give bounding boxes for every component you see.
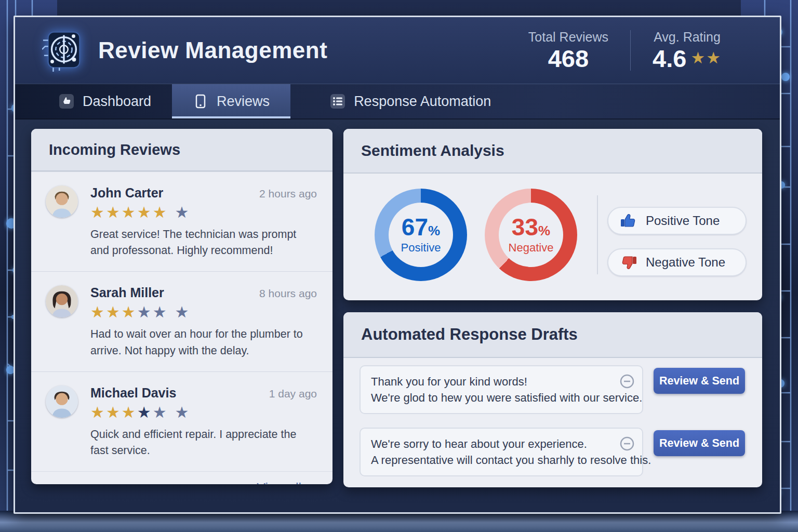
incoming-reviews-panel: Incoming Reviews John Carter 2 hours ago… (31, 129, 332, 484)
donut-label: Positive (401, 241, 441, 255)
stat-total-reviews: Total Reviews 468 (507, 30, 630, 71)
reviewer-name: Michael Davis (90, 385, 176, 401)
star-rating-icons: ★★★★★★ (90, 205, 317, 220)
review-timestamp: 8 hours ago (259, 287, 317, 300)
stat-label: Total Reviews (528, 30, 608, 45)
vertical-divider (597, 195, 598, 274)
panel-header: Sentiment Analysis (343, 129, 762, 174)
tab-response-automation[interactable]: Response Automation (309, 84, 512, 118)
review-item-sarah-miller[interactable]: Sarah Miller 8 hours ago ★★★★★★ Had to w… (31, 271, 332, 371)
tone-button-label: Positive Tone (646, 214, 720, 228)
donut-value: 33 (512, 214, 538, 241)
view-all-link[interactable]: View all › (31, 471, 332, 484)
review-timestamp: 2 hours ago (259, 188, 317, 200)
tab-label: Response Automation (354, 94, 491, 110)
panel-title: Sentiment Analysis (361, 142, 504, 159)
donut-label: Negative (509, 241, 554, 255)
negative-sentiment-donut-chart: 33% Negative (485, 189, 577, 281)
review-and-send-button-1[interactable]: Review & Send (654, 368, 745, 394)
stat-avg-rating: Avg. Rating 4.6 ★★ (631, 30, 743, 71)
tab-label: Dashboard (83, 94, 151, 110)
panel-title: Incoming Reviews (49, 141, 180, 158)
panel-header: Automated Response Drafts (343, 312, 762, 358)
star-rating-icons: ★★★★★★ (90, 405, 317, 420)
panel-title: Automated Response Drafts (361, 325, 578, 344)
bottom-gradient-band (0, 511, 798, 532)
review-item-michael-davis[interactable]: Michael Davis 1 day ago ★★★★★★ Quick and… (31, 371, 332, 471)
donut-value: 67 (402, 214, 428, 241)
tone-button-label: Negative Tone (646, 255, 725, 270)
automation-list-icon (330, 94, 345, 109)
negative-tone-button[interactable]: Negative Tone (607, 248, 747, 276)
dashboard-icon (59, 94, 74, 109)
avatar (46, 385, 78, 418)
thumbs-down-icon (620, 254, 637, 271)
draft-text-line2: A representative will contact you sharhl… (371, 452, 614, 468)
button-label: Review & Send (659, 375, 739, 388)
panel-header: Incoming Reviews (31, 129, 332, 171)
star-rating-icons: ★★★★★★ (90, 304, 317, 320)
review-text: Great service! The technician was prompt… (90, 227, 317, 259)
draft-text-line2: We're glod to hew you were satisfied wit… (371, 390, 614, 406)
avatar (46, 285, 78, 317)
tab-bar: Dashboard Reviews Response Automation (15, 84, 780, 119)
minus-circle-icon[interactable] (619, 436, 635, 451)
stat-label: Avg. Rating (653, 30, 722, 45)
thumbs-up-icon (620, 212, 637, 230)
review-and-send-button-2[interactable]: Review & Send (654, 430, 745, 456)
draft-negative-response[interactable]: We're sorry to hear about your experienc… (360, 428, 643, 476)
positive-sentiment-donut-chart: 67% Positive (375, 189, 467, 281)
draft-text-line1: Thank you for your kind words! (371, 374, 614, 390)
tab-dashboard[interactable]: Dashboard (38, 84, 172, 118)
chevron-right-icon: › (308, 480, 313, 484)
stat-value: 4.6 (653, 46, 686, 71)
stat-value: 468 (528, 46, 608, 71)
draft-positive-response[interactable]: Thank you for your kind words! We're glo… (360, 365, 643, 414)
view-all-label: View all (257, 481, 301, 484)
review-management-app: Review Management Total Reviews 468 Avg.… (0, 0, 798, 532)
reviews-icon (193, 94, 208, 109)
sentiment-analysis-panel: Sentiment Analysis 67% Positive 33% Nega… (343, 129, 762, 300)
avatar (46, 185, 78, 218)
minus-circle-icon[interactable] (619, 374, 635, 389)
tab-reviews[interactable]: Reviews (172, 84, 290, 118)
review-item-john-carter[interactable]: John Carter 2 hours ago ★★★★★★ Great ser… (31, 171, 332, 271)
reviewer-name: John Carter (90, 185, 163, 201)
app-header: Review Management Total Reviews 468 Avg.… (15, 17, 780, 84)
tab-label: Reviews (217, 94, 270, 110)
positive-tone-button[interactable]: Positive Tone (607, 207, 747, 235)
dashboard-frame: Review Management Total Reviews 468 Avg.… (14, 16, 781, 514)
review-timestamp: 1 day ago (269, 388, 317, 400)
page-title: Review Management (98, 37, 327, 63)
ai-brain-circuit-logo (42, 29, 85, 72)
rating-stars-icon: ★★ (690, 48, 722, 68)
header-stats: Total Reviews 468 Avg. Rating 4.6 ★★ (507, 30, 743, 71)
draft-text-line1: We're sorry to hear about your experienc… (371, 436, 614, 452)
button-label: Review & Send (659, 437, 739, 450)
reviewer-name: Sarah Miller (90, 285, 164, 300)
automated-response-drafts-panel: Automated Response Drafts Thank you for … (343, 312, 762, 487)
review-text: Had to wait over an hour for the plumber… (90, 326, 317, 358)
review-text: Quick and efficient repair. I appreciate… (90, 427, 317, 459)
